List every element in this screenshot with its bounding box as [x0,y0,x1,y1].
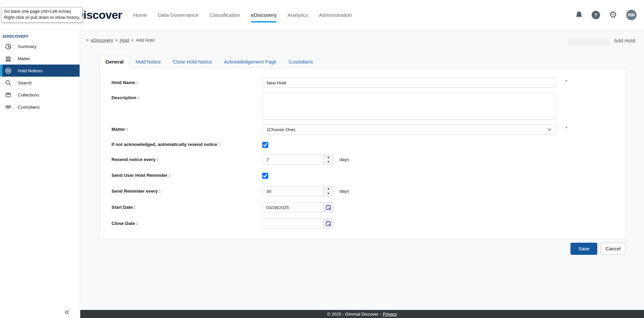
nav-item-analytics[interactable]: Analytics [287,12,308,18]
sidebar-item-search[interactable]: Search [0,77,80,89]
save-button[interactable]: Save [570,243,597,255]
browser-back-tooltip: Go back one page (Alt+Left Arrow) Right-… [1,7,83,23]
sidebar-item-label: Summary [18,44,37,49]
start-date-group [262,202,334,212]
header-placeholder-block [568,38,610,46]
form-row-resend-every: Resend notice every : ▲ ▼ days [100,155,625,165]
chevron-down-icon [547,128,552,131]
form-row-hold-name: Hold Name : * [100,78,625,88]
user-hold-reminder-checkbox[interactable] [262,173,268,179]
sidebar-item-label: Custodians [18,105,40,110]
tooltip-line-1: Go back one page (Alt+Left Arrow) [4,8,79,14]
sidebar-item-collections[interactable]: Collections [0,89,80,101]
spinner-down-icon[interactable]: ▼ [323,191,333,196]
user-hold-reminder-label: Send User Hold Reminder : [100,172,262,178]
bank-icon [5,55,11,62]
start-date-input[interactable] [263,203,323,212]
required-asterisk: * [565,124,567,131]
form-row-user-hold-reminder: Send User Hold Reminder : [100,172,625,180]
close-date-label: Close Date : [100,218,262,226]
tooltip-line-2: Right-click or pull down to show history [4,14,79,21]
tab-general[interactable]: General [99,56,130,68]
form-row-start-date: Start Date : [100,202,625,212]
nav-item-data-governance[interactable]: Data Governance [158,12,199,18]
breadcrumb-separator: > [131,38,134,43]
hold-name-label: Hold Name : [100,78,262,85]
sidebar-item-custodians[interactable]: Custodians [0,101,80,113]
tab-close-hold-notice[interactable]: Close Hold Notice [167,56,218,68]
tab-custodians[interactable]: Custodians [282,56,319,68]
calendar-icon[interactable] [323,219,333,228]
days-suffix: days [339,186,349,194]
sidebar-item-summary[interactable]: Summary [0,40,80,52]
form-row-auto-resend: If not acknowledged, automatically resen… [100,141,625,149]
sidebar: EDISCOVERY Summary Matter [0,30,80,318]
add-hold-card: General Hold Notice Close Hold Notice Ac… [99,56,626,239]
pie-chart-icon [5,43,11,50]
form-row-matter: Matter : (Choose One) * [100,124,625,135]
sidebar-item-label: Search [18,80,32,85]
people-icon [5,104,11,110]
footer-copyright: © 2025 - Gimmal Discover - [327,312,381,317]
page-header: > eDiscovery > Hold > Add Hold Add Hold [80,30,644,46]
resend-every-input[interactable] [263,155,323,164]
archive-box-icon [5,92,11,98]
nav-item-ediscovery[interactable]: eDiscovery [251,12,277,18]
calendar-icon[interactable] [323,203,333,212]
spinner-down-icon[interactable]: ▼ [323,160,333,164]
topbar-icons: ? ⚙ RW [576,10,637,20]
form-row-close-date: Close Date : [100,218,625,229]
spinner-up-icon[interactable]: ▲ [323,187,333,191]
breadcrumb-link-hold[interactable]: Hold [120,38,129,43]
reminder-every-stepper: ▲ ▼ [262,186,334,196]
start-date-label: Start Date : [100,202,262,210]
hold-name-input[interactable] [262,78,556,88]
description-label: Description : [100,93,262,100]
sidebar-section-title: EDISCOVERY [3,34,80,38]
spinner-up-icon[interactable]: ▲ [323,155,333,160]
tab-acknowledgement-page[interactable]: Acknowledgement Page [218,56,282,68]
footer: © 2025 - Gimmal Discover - Privacy [80,310,644,318]
privacy-link[interactable]: Privacy [383,312,397,317]
reminder-every-label: Send Reminder every : [100,186,262,194]
auto-resend-checkbox[interactable] [262,142,268,148]
form-row-reminder-every: Send Reminder every : ▲ ▼ days [100,186,625,196]
auto-resend-label: If not acknowledged, automatically resen… [100,141,262,147]
page-title: Add Hold [614,38,635,44]
reminder-every-input[interactable] [263,187,323,196]
tab-hold-notice[interactable]: Hold Notice [130,56,167,68]
notifications-bell-icon[interactable] [576,11,583,19]
number-spinner: ▲ ▼ [323,187,333,196]
breadcrumb-link-ediscovery[interactable]: eDiscovery [91,38,113,43]
breadcrumb-separator: > [86,38,89,43]
sidebar-item-label: Matter [18,56,30,61]
sidebar-item-matter[interactable]: Matter [0,52,80,65]
search-icon [5,80,11,86]
nav-item-home[interactable]: Home [133,12,147,18]
sidebar-collapse-button[interactable]: « [64,307,76,318]
help-icon[interactable]: ? [592,11,600,19]
nav-item-administration[interactable]: Administration [319,12,352,18]
main-nav: Home Data Governance Classification eDis… [133,12,352,18]
settings-gear-icon[interactable]: ⚙ [609,10,617,19]
matter-select[interactable]: (Choose One) [262,124,556,135]
general-tab-panel: Hold Name : * Description : Matter : (Ch… [99,68,626,239]
top-navbar: ⚙ Gimmal Discover Home Data Governance C… [0,0,644,30]
sidebar-item-label: Collections [18,92,39,97]
form-row-description: Description : [100,93,625,120]
matter-select-value: (Choose One) [267,127,295,132]
breadcrumb-separator: > [115,38,118,43]
matter-label: Matter : [100,124,262,132]
user-avatar[interactable]: RW [626,10,637,20]
breadcrumb-current: Add Hold [136,38,154,43]
description-textarea[interactable] [262,93,556,120]
app-root: ⚙ Gimmal Discover Home Data Governance C… [0,0,644,318]
form-actions: Save Cancel [99,243,626,255]
required-asterisk: * [565,78,567,84]
resend-every-stepper: ▲ ▼ [262,155,334,165]
sidebar-item-hold-notices[interactable]: Hold Notices [0,65,80,77]
close-date-input[interactable] [263,219,323,228]
nav-item-classification[interactable]: Classification [210,12,240,18]
sidebar-item-label: Hold Notices [18,68,43,73]
cancel-button[interactable]: Cancel [601,243,626,255]
